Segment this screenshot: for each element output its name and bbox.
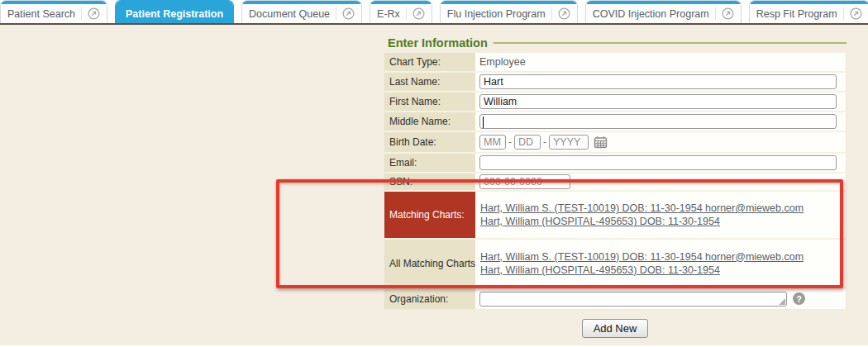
- open-in-new-window-icon[interactable]: [715, 7, 734, 20]
- birth-date-label: Birth Date:: [384, 132, 475, 152]
- organization-input[interactable]: [479, 292, 787, 307]
- email-label: Email:: [384, 154, 475, 172]
- ssn-input[interactable]: [479, 174, 570, 189]
- middle-name-label: Middle Name:: [384, 112, 475, 131]
- open-in-new-window-icon[interactable]: [406, 7, 425, 20]
- open-in-new-window-icon[interactable]: [336, 7, 355, 20]
- resize-grip[interactable]: [779, 298, 785, 305]
- email-row: Email:: [384, 154, 846, 174]
- tab-label: Resp Fit Program: [756, 8, 837, 20]
- tab-label: Document Queue: [249, 8, 330, 20]
- tab-label: COVID Injection Program: [593, 8, 709, 20]
- last-name-row: Last Name:: [384, 73, 846, 93]
- tab-flu-injection-program[interactable]: Flu Injection Program: [440, 0, 578, 23]
- ssn-label: SSN:: [384, 174, 475, 190]
- tab-label: Flu Injection Program: [447, 8, 546, 20]
- chart-type-value: Employee: [479, 56, 526, 68]
- tab-e-rx[interactable]: E-Rx: [370, 0, 432, 23]
- tab-patient-search[interactable]: Patient Search: [0, 0, 107, 23]
- tab-label: E-Rx: [377, 8, 400, 20]
- date-separator: -: [508, 136, 512, 148]
- calendar-icon[interactable]: [594, 135, 608, 149]
- tab-covid-injection-program[interactable]: COVID Injection Program: [585, 0, 742, 23]
- first-name-label: First Name:: [384, 93, 475, 111]
- open-in-new-window-icon[interactable]: [81, 7, 100, 20]
- last-name-input[interactable]: [479, 74, 837, 89]
- chart-type-row: Chart Type: Employee: [384, 53, 846, 73]
- organization-row: Organization: ?: [384, 288, 846, 309]
- birth-day-input[interactable]: [514, 135, 541, 150]
- all-matching-charts-label: All Matching Charts:: [384, 240, 475, 287]
- first-name-row: First Name:: [384, 93, 846, 112]
- matching-charts-row: Matching Charts: Hart, William S. (TEST-…: [384, 192, 846, 240]
- text-cursor: [483, 116, 484, 128]
- fieldset-legend: Enter Information: [388, 36, 488, 50]
- date-separator: -: [543, 136, 546, 148]
- tab-document-queue[interactable]: Document Queue: [241, 0, 362, 23]
- tab-patient-registration[interactable]: Patient Registration: [115, 0, 234, 23]
- middle-name-row: Middle Name:: [384, 112, 846, 132]
- matching-chart-link[interactable]: Hart, William (HOSPITAL-495653) DOB: 11-…: [480, 264, 720, 277]
- middle-name-input[interactable]: [479, 114, 837, 129]
- organization-label: Organization:: [384, 288, 475, 309]
- matching-chart-link[interactable]: Hart, William S. (TEST-10019) DOB: 11-30…: [480, 202, 804, 215]
- matching-chart-link[interactable]: Hart, William (HOSPITAL-495653) DOB: 11-…: [480, 215, 720, 228]
- birth-month-input[interactable]: [479, 135, 506, 150]
- form-actions: Add New: [384, 319, 847, 338]
- matching-chart-link[interactable]: Hart, William S. (TEST-10019) DOB: 11-30…: [480, 250, 804, 264]
- ssn-row: SSN:: [384, 174, 846, 192]
- birth-year-input[interactable]: [549, 135, 589, 150]
- last-name-label: Last Name:: [384, 73, 475, 91]
- chart-type-label: Chart Type:: [384, 53, 475, 71]
- tab-resp-fit-program[interactable]: Resp Fit Program: [749, 0, 868, 23]
- legend-divider: [494, 42, 847, 44]
- open-in-new-window-icon[interactable]: [843, 7, 862, 20]
- open-in-new-window-icon[interactable]: [551, 7, 570, 20]
- email-input[interactable]: [479, 155, 837, 170]
- add-new-button[interactable]: Add New: [582, 319, 649, 338]
- matching-charts-label: Matching Charts:: [384, 192, 475, 238]
- all-matching-charts-row: All Matching Charts: Hart, William S. (T…: [384, 240, 846, 288]
- tab-label: Patient Registration: [126, 8, 223, 20]
- first-name-input[interactable]: [479, 94, 837, 109]
- help-icon[interactable]: ?: [793, 292, 805, 305]
- birth-date-row: Birth Date: - -: [384, 132, 846, 154]
- tab-bar: Patient Search Patient Registration Docu…: [0, 0, 868, 25]
- tab-label: Patient Search: [7, 8, 75, 20]
- enter-information-fieldset: Enter Information Chart Type: Employee L…: [384, 35, 847, 310]
- page-body: Enter Information Chart Type: Employee L…: [0, 25, 868, 345]
